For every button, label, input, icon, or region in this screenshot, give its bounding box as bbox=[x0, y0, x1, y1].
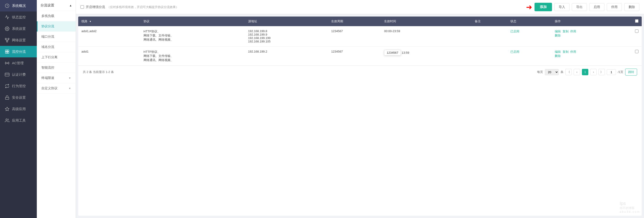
submenu-collapse-icon[interactable]: ▲ bbox=[69, 4, 72, 7]
pagination: 共 2 条 当前显示 1-2 条 每页 20 50 100 条 《 ‹ 1 › … bbox=[78, 66, 642, 78]
row2-edit-link[interactable]: 编辑 bbox=[555, 50, 561, 53]
row2-copy-link[interactable]: 复制 bbox=[562, 50, 568, 53]
row1-copy-link[interactable]: 复制 bbox=[562, 30, 568, 33]
row1-status: 已启用 bbox=[507, 26, 552, 47]
status-monitor-icon bbox=[4, 15, 10, 20]
submenu-item-multiline-load[interactable]: 多线负载 bbox=[37, 11, 76, 21]
page-next-btn[interactable]: › bbox=[590, 69, 596, 75]
svg-rect-9 bbox=[6, 50, 7, 52]
ac-management-icon bbox=[4, 61, 10, 66]
row1-checkbox-cell[interactable] bbox=[632, 26, 642, 47]
submenu-item-label: 终端限速 bbox=[42, 76, 54, 80]
period-tooltip: 1234567 bbox=[384, 50, 401, 56]
stop-button[interactable]: 停用 bbox=[607, 3, 622, 11]
sidebar-item-ac-management[interactable]: AC管理 bbox=[0, 57, 37, 69]
export-button[interactable]: 导出 bbox=[572, 3, 587, 11]
sidebar-item-label: AC管理 bbox=[12, 61, 24, 65]
sidebar-item-security-settings[interactable]: 安全设置 bbox=[0, 92, 37, 103]
sidebar-item-system-settings[interactable]: 系统设置 bbox=[0, 23, 37, 34]
system-settings-icon bbox=[4, 26, 10, 31]
svg-rect-12 bbox=[7, 52, 9, 53]
page-prev-btn[interactable]: ‹ bbox=[574, 69, 580, 75]
submenu-item-protocol-shunt[interactable]: 协议分流 bbox=[37, 21, 76, 32]
row1-checkbox[interactable] bbox=[635, 29, 638, 33]
row1-delete-link[interactable]: 删除 bbox=[555, 34, 561, 37]
page-jump-button[interactable]: 跳转 bbox=[625, 69, 637, 76]
system-overview-icon bbox=[4, 3, 10, 8]
select-all-checkbox[interactable] bbox=[635, 19, 638, 23]
per-page-unit: 条 bbox=[560, 70, 564, 74]
sidebar-item-behavior-control[interactable]: 行为管控 bbox=[0, 80, 37, 92]
submenu-item-label: 端口分流 bbox=[42, 35, 54, 39]
col-protocol: 协议 bbox=[140, 16, 245, 26]
row2-delete-link[interactable]: 删除 bbox=[555, 54, 561, 58]
submenu: 分流设置 ▲ 多线负载 协议分流 端口分流 域名分流 上下行分离 智能流控 终端… bbox=[37, 0, 76, 218]
row2-protocol: HTTP协议、 网络下载、文件传输、 网络通讯、网络视频、 bbox=[140, 47, 245, 66]
sidebar-item-label: 认证计费 bbox=[12, 73, 26, 77]
sidebar-item-auth-billing[interactable]: 认证计费 bbox=[0, 69, 37, 80]
svg-point-13 bbox=[7, 63, 7, 63]
submenu-item-custom-protocol[interactable]: 自定义协议 ▼ bbox=[37, 83, 76, 94]
row2-checkbox[interactable] bbox=[635, 50, 638, 53]
svg-rect-16 bbox=[6, 97, 9, 99]
row2-stop-link[interactable]: 停用 bbox=[570, 50, 576, 53]
svg-point-18 bbox=[6, 119, 7, 120]
page-last-btn[interactable]: 》 bbox=[598, 69, 605, 75]
terminal-limit-arrow-icon: ▼ bbox=[68, 77, 71, 79]
sidebar-item-label: 流控分流 bbox=[12, 50, 26, 54]
page-first-btn[interactable]: 《 bbox=[565, 69, 572, 75]
sidebar-item-label: 系统概况 bbox=[12, 4, 26, 8]
row2-checkbox-cell[interactable] bbox=[632, 47, 642, 66]
table-area: 线路 ▼ 协议 源地址 生效周期 生效时间 备注 状态 操作 bbox=[78, 16, 642, 216]
col-period: 生效周期 bbox=[328, 16, 381, 26]
col-status: 状态 bbox=[507, 16, 552, 26]
delete-button[interactable]: 删除 bbox=[624, 3, 640, 11]
submenu-item-domain-shunt[interactable]: 域名分流 bbox=[37, 42, 76, 52]
sidebar: 系统概况 状态监控 系统设置 网络设置 流控分流 AC管理 认证计费 bbox=[0, 0, 37, 218]
col-select-all[interactable] bbox=[632, 16, 642, 26]
svg-rect-10 bbox=[7, 50, 9, 52]
toolbar: 开启增强分流 （仅对多线环境有效，开启可大幅提升协议分流效果） ➜ 添加 导入 … bbox=[76, 0, 644, 14]
enable-button[interactable]: 启用 bbox=[589, 3, 604, 11]
add-button[interactable]: 添加 bbox=[534, 3, 552, 11]
protocol-shunt-table: 线路 ▼ 协议 源地址 生效周期 生效时间 备注 状态 操作 bbox=[78, 16, 642, 66]
row1-protocol: HTTP协议、 网络下载、文件传输、 网络通讯、网络视频、 bbox=[140, 26, 245, 47]
page-jump-input[interactable] bbox=[607, 69, 616, 75]
submenu-item-updown-separate[interactable]: 上下行分离 bbox=[37, 52, 76, 63]
page-current-btn[interactable]: 1 bbox=[582, 69, 588, 75]
sidebar-item-advanced-apps[interactable]: 高级应用 bbox=[0, 103, 37, 115]
sidebar-item-network-settings[interactable]: 网络设置 bbox=[0, 34, 37, 46]
submenu-item-label: 多线负载 bbox=[42, 14, 54, 18]
per-page-label: 每页 bbox=[537, 70, 543, 74]
submenu-item-port-shunt[interactable]: 端口分流 bbox=[37, 32, 76, 42]
submenu-item-terminal-limit[interactable]: 终端限速 ▼ bbox=[37, 73, 76, 83]
security-settings-icon bbox=[4, 95, 10, 100]
per-page-select[interactable]: 20 50 100 bbox=[545, 69, 559, 75]
row2-time: 1234567 13:59 bbox=[381, 47, 472, 66]
sidebar-item-system-overview[interactable]: 系统概况 bbox=[0, 0, 37, 11]
sidebar-item-status-monitor[interactable]: 状态监控 bbox=[0, 11, 37, 23]
svg-rect-3 bbox=[8, 38, 9, 39]
sidebar-item-app-tools[interactable]: 应用工具 bbox=[0, 115, 37, 126]
submenu-item-label: 协议分流 bbox=[42, 24, 54, 28]
import-button[interactable]: 导入 bbox=[554, 3, 570, 11]
submenu-header: 分流设置 ▲ bbox=[37, 0, 76, 11]
sidebar-item-label: 网络设置 bbox=[12, 38, 26, 42]
col-actions: 操作 bbox=[552, 16, 632, 26]
row1-edit-link[interactable]: 编辑 bbox=[555, 30, 561, 33]
row2-line: adsl1 bbox=[78, 47, 140, 66]
submenu-item-label: 域名分流 bbox=[42, 45, 54, 49]
col-time: 生效时间 bbox=[381, 16, 472, 26]
svg-point-1 bbox=[7, 28, 8, 29]
main-content: 开启增强分流 （仅对多线环境有效，开启可大幅提升协议分流效果） ➜ 添加 导入 … bbox=[76, 0, 644, 218]
row2-actions: 编辑 复制 停用 删除 bbox=[552, 47, 632, 66]
svg-rect-4 bbox=[7, 41, 8, 42]
row2-period: 1234567 bbox=[328, 47, 381, 66]
network-settings-icon bbox=[4, 38, 10, 43]
sidebar-item-label: 安全设置 bbox=[12, 96, 26, 100]
row1-stop-link[interactable]: 停用 bbox=[570, 30, 576, 33]
submenu-item-smart-flow[interactable]: 智能流控 bbox=[37, 63, 76, 73]
sidebar-item-traffic-shunt[interactable]: 流控分流 bbox=[0, 46, 37, 57]
enhance-shunt-checkbox[interactable] bbox=[80, 5, 84, 9]
advanced-apps-icon bbox=[4, 107, 10, 111]
